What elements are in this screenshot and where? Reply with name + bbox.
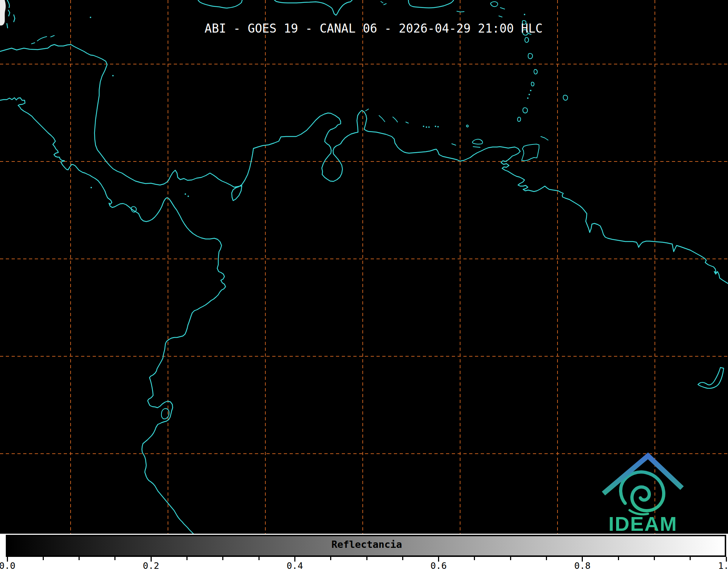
island-grenada: [523, 108, 527, 113]
colorbar-minor-tick: [618, 557, 619, 560]
islet-dot-los-roques-2: [426, 126, 427, 128]
coastline-jamaica-coast: [198, 0, 242, 8]
colorbar-minor-tick: [510, 557, 511, 560]
islet-dot-los-roques-5: [437, 126, 439, 127]
island-margarita: [452, 139, 483, 147]
island-beata: [381, 1, 386, 5]
island-curacao: [379, 116, 385, 122]
colorbar-minor-tick: [330, 557, 331, 560]
ideam-logo: IDEAM: [603, 456, 682, 535]
ideam-logo-text: IDEAM: [609, 512, 677, 535]
colorbar-minor-tick: [43, 557, 44, 560]
island-trinidad: [522, 144, 539, 161]
island-tobago: [541, 137, 548, 140]
colorbar-minor-tick: [258, 557, 260, 560]
island-guanaja: [51, 35, 54, 37]
colorbar-minor-tick: [474, 557, 475, 560]
island-st-martin-group: [491, 2, 505, 17]
island-islet-ring: [518, 117, 521, 121]
island-st-lucia: [534, 70, 537, 74]
satellite-image-viewport: IDEAM ABI - GOES 19 - CANAL 06 - 2026-04…: [0, 0, 728, 571]
colorbar-minor-tick: [186, 557, 188, 560]
islet-dot-los-roques-1: [423, 126, 424, 127]
map-canvas: IDEAM: [0, 0, 728, 571]
island-bonaire: [393, 117, 397, 122]
colorbar-tick-label: 0.8: [574, 560, 590, 571]
island-utila: [31, 43, 35, 44]
island-las-aves: [406, 122, 408, 123]
colorbar-tick-label: 0.6: [430, 560, 447, 571]
islet-dot-cano-island: [91, 187, 92, 188]
islet-dot-miskito-cay: [112, 75, 114, 76]
island-dominica: [525, 37, 529, 42]
coastline-hispaniola-coast: [274, 0, 352, 15]
colorbar-minor-tick: [366, 557, 367, 560]
islet-dot-grenadine-3: [527, 97, 529, 99]
island-barbados: [563, 95, 568, 100]
image-title: ABI - GOES 19 - CANAL 06 - 2026-04-29 21…: [202, 21, 546, 35]
coastline-pacific-coast: [0, 98, 226, 534]
colorbar-tick-label: 0.0: [0, 560, 16, 571]
colorbar-tick-label: 0.2: [143, 560, 159, 571]
colorbar-minor-tick: [79, 557, 80, 560]
island-martinique: [528, 53, 533, 59]
colorbar-minor-tick: [654, 557, 655, 560]
colorbar-minor-tick: [690, 557, 691, 560]
cloud-pixels: [0, 0, 6, 26]
island-st-vincent: [531, 82, 534, 86]
island-la-orchila-ring: [466, 125, 468, 127]
islet-dot-grenadine-2: [529, 94, 530, 95]
coastline-belize-fragments: [7, 0, 15, 28]
coastline-caribbean-mainland-coast: [0, 45, 728, 284]
colorbar-minor-tick: [402, 557, 403, 560]
islet-dot-pearl-island-2: [188, 196, 189, 197]
colorbar-minor-tick: [222, 557, 223, 560]
colorbar-minor-tick: [546, 557, 547, 560]
colorbar-tick-label: 1.0: [718, 560, 728, 571]
islet-dot-swan-island: [90, 17, 91, 18]
islet-dot-grenadine-1: [530, 90, 531, 91]
coastline-amazon-mouth-coast: [698, 368, 724, 389]
colorbar-title: Reflectancia: [331, 539, 402, 550]
colorbar-band: Reflectancia 0.00.20.40.60.81.0: [0, 534, 728, 571]
islet-dot-los-roques-3: [428, 126, 430, 128]
island-roatan: [37, 37, 47, 41]
coastlines: [0, 0, 728, 534]
latlon-gridlines: [0, 0, 728, 534]
islet-dot-los-roques-4: [435, 126, 436, 127]
cloud-edge-cloud: [0, 0, 6, 26]
coastline-puerto-rico-coast: [408, 0, 454, 8]
island-aruba: [366, 109, 369, 111]
islet-dot-barbuda: [524, 14, 525, 15]
colorbar-minor-tick: [114, 557, 115, 560]
ideam-swirl-icon: [621, 472, 664, 511]
colorbar-tick-label: 0.4: [287, 560, 303, 571]
islet-dot-pearl-island-1: [185, 193, 186, 195]
island-vieques: [457, 11, 464, 12]
